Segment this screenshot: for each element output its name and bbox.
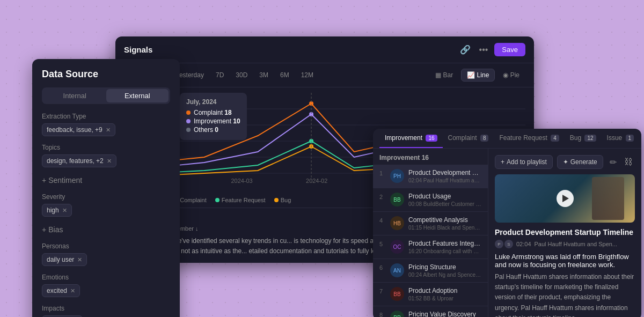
severity-tag[interactable]: high ✕ [42,204,72,217]
personas-label: Personas [42,242,170,250]
item-num: 6 [379,264,386,271]
topics-tag[interactable]: design, features, +2 ✕ [42,154,116,167]
time-12m[interactable]: 12M [296,69,319,81]
play-button[interactable] [557,190,574,207]
tab-feature-request[interactable]: Feature Request 4 [494,129,564,148]
extraction-tag[interactable]: feedback, issue, +9 ✕ [42,123,115,136]
personas-tags: daily user ✕ [42,253,170,266]
item-content: Competitive Analysis 01:15 Heidi Black a… [408,216,481,231]
item-title: Pricing Value Discovery [408,311,481,317]
tab-improvement[interactable]: Improvement 16 [379,129,443,148]
item-avatar: HB [390,216,404,230]
item-content: Product Adoption 01:52 BB & Uproar [408,287,481,301]
impacts-label: Impacts [42,305,170,312]
item-title: Product Usage [408,193,481,200]
list-item[interactable]: 6 AN Pricing Structure 00:24 Albert Ng a… [373,259,488,283]
tooltip-others-label: Others 0 [194,126,218,134]
personas-section: Personas daily user ✕ [42,242,170,266]
tab-complaint[interactable]: Complaint 8 [443,129,494,148]
extraction-type-tags: feedback, issue, +9 ✕ [42,123,170,136]
video-time: 02:04 [516,241,531,247]
item-num: 7 [379,288,386,294]
item-meta: 01:15 Heidi Black and Spence... [408,225,481,231]
time-3m[interactable]: 3M [254,69,274,81]
list-item[interactable]: 5 OC Product Features Integrat... 16:20 … [373,235,488,259]
extraction-type-section: Extraction Type feedback, issue, +9 ✕ [42,113,170,136]
item-content: Product Features Integrat... 16:20 Onboa… [408,240,481,254]
add-to-playlist-btn[interactable]: + Add to playlist [495,155,553,169]
remove-emotions-tag[interactable]: ✕ [70,287,75,294]
chart-pie[interactable]: ◉ Pie [497,69,525,82]
impacts-section: Impacts revenue ✕ [42,305,170,317]
share-icon[interactable]: ⛓ [622,156,635,168]
item-title: Product Features Integrat... [408,240,481,247]
item-num: 8 [379,312,386,317]
tooltip-others: Others 0 [186,126,240,134]
panel-body: Improvement 16 1 PH Product Development … [373,149,641,317]
add-sentiment[interactable]: + Sentiment [42,175,170,186]
header-actions: 🔗 ••• Save [458,43,525,56]
legend-feature-dot [215,198,219,202]
panel-title: Data Source [42,69,170,80]
emotions-label: Emotions [42,274,170,281]
personas-tag[interactable]: daily user ✕ [42,253,87,266]
avatar-1: P [495,240,503,248]
remove-personas-tag[interactable]: ✕ [77,256,82,263]
chart-bar[interactable]: ▦ Bar [429,69,459,82]
link-icon[interactable]: 🔗 [458,43,473,56]
save-button[interactable]: Save [494,43,525,56]
avatar-2: S [504,240,513,248]
item-title: Competitive Analysis [408,216,481,224]
toggle-internal[interactable]: Internal [43,89,106,102]
generate-btn[interactable]: ✦ Generate [557,155,603,169]
tab-bug[interactable]: Bug 12 [565,129,602,148]
emotions-tags: excited ✕ [42,284,170,297]
item-avatar: OC [390,240,404,254]
legend-bug-label: Bug [281,197,291,203]
item-avatar: BB [390,287,404,301]
item-num: 5 [379,241,386,247]
play-triangle-icon [562,195,569,202]
legend-feature-request: Feature Request [215,197,266,203]
item-num: 4 [379,217,386,224]
time-6m[interactable]: 6M [275,69,295,81]
list-item[interactable]: 4 HB Competitive Analysis 01:15 Heidi Bl… [373,212,488,235]
severity-tags: high ✕ [42,204,170,217]
list-item[interactable]: 2 BB Product Usage 00:08 BuildBetter Cus… [373,188,488,212]
severity-section: Severity high ✕ [42,193,170,217]
more-icon[interactable]: ••• [477,44,491,56]
list-header: Improvement 16 [373,149,488,165]
item-num: 1 [379,170,386,176]
complaint-dot [186,110,191,115]
legend-bug-dot [274,198,279,202]
remove-topics-tag[interactable]: ✕ [107,158,112,165]
extraction-type-label: Extraction Type [42,113,170,120]
tab-inquiry[interactable]: Inquiry 6 [639,129,641,148]
detail-description: Pal Hauff Hvattum shares information abo… [495,272,635,317]
list-item[interactable]: 1 PH Product Development St... 02:04 Pau… [373,165,488,188]
tabs-bar: Improvement 16 Complaint 8 Feature Reque… [373,129,641,149]
item-avatar: PH [390,169,404,183]
plus-icon: + [501,158,504,166]
emotions-tag[interactable]: excited ✕ [42,284,80,297]
remove-extraction-tag[interactable]: ✕ [106,127,111,134]
chart-line[interactable]: 📈 Line [461,69,495,82]
remove-severity-tag[interactable]: ✕ [62,207,67,214]
legend-complaint-label: Complaint [180,197,207,203]
highlight-text: Luke Armstrong was laid off from Brigthf… [495,253,635,269]
chart-tooltip: July, 2024 Complaint 18 Improvement 10 O… [180,93,247,140]
time-7d[interactable]: 7D [210,69,229,81]
add-bias[interactable]: + Bias [42,224,170,235]
time-30d[interactable]: 30D [230,69,253,81]
tab-issue[interactable]: Issue 1 [602,129,640,148]
list-item[interactable]: 7 BB Product Adoption 01:52 BB & Uproar [373,283,488,306]
main-header: Signals 🔗 ••• Save [115,36,534,63]
topics-label: Topics [42,144,170,151]
severity-label: Severity [42,193,170,201]
video-thumbnail[interactable] [495,174,635,223]
tab-feature-badge: 4 [551,135,559,142]
toggle-external[interactable]: External [106,89,169,102]
edit-icon[interactable]: ✏ [608,156,619,168]
list-item[interactable]: 8 BP Pricing Value Discovery 00:08 Build… [373,306,488,317]
topics-tags: design, features, +2 ✕ [42,154,170,167]
